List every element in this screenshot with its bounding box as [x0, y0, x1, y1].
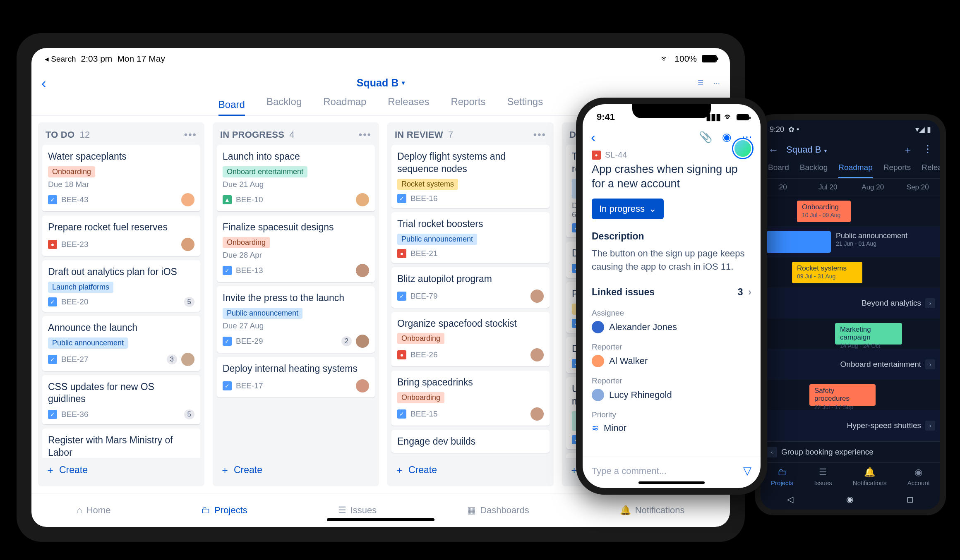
back-system-icon[interactable]: ◁ [787, 494, 793, 504]
epic-row[interactable]: ‹ Group booking experience [761, 441, 940, 462]
card-due: Due 18 Mar [48, 180, 194, 189]
send-icon[interactable]: ▽ [743, 464, 751, 477]
nav-notifications[interactable]: 🔔Notifications [620, 505, 685, 516]
back-button[interactable]: ‹ [591, 129, 595, 145]
attachment-icon[interactable]: 📎 [699, 131, 712, 144]
card-key: ✓BEE-36 [48, 410, 88, 419]
board-card[interactable]: Prepare rocket fuel reserves●BEE-23 [42, 215, 200, 256]
project-header: ‹ Squad B▾ ☰ ⋯ [31, 69, 730, 96]
board-card[interactable]: Announce the launchPublic announcement✓B… [42, 316, 200, 371]
timeline-row[interactable]: Safety procedures22 Jul - 17 Sep [761, 380, 940, 410]
more-icon[interactable]: ⋮ [923, 143, 933, 156]
status-dropdown[interactable]: In progress ⌄ [592, 199, 664, 219]
nav-dashboards[interactable]: ▦Dashboards [467, 505, 529, 516]
assignee-avatar[interactable] [530, 348, 544, 361]
timeline-bar[interactable]: Safety procedures22 Jul - 17 Sep [809, 384, 876, 406]
issue-detail[interactable]: ● SL-44 App crashes when signing up for … [583, 148, 761, 457]
assignee-avatar[interactable] [530, 407, 544, 421]
timeline-row[interactable]: Hyper-speed shuttles› [761, 410, 940, 441]
dashboard-icon: ▦ [467, 505, 476, 516]
gear-icon: ✿ [788, 125, 794, 134]
status-back[interactable]: ◂ Search [45, 54, 76, 64]
project-switcher[interactable]: Squad B▾ [786, 144, 827, 155]
board-card[interactable]: Deploy internal heating systems✓BEE-17 [217, 357, 375, 397]
board-card[interactable]: Blitz autopilot program✓BEE-79 [391, 267, 550, 308]
assignee-avatar[interactable] [181, 193, 194, 206]
board-card[interactable]: Draft out analytics plan for iOSLaunch p… [42, 260, 200, 312]
timeline-bar[interactable]: Rocket systems09 Jul - 31 Aug [792, 262, 862, 283]
column-more-icon[interactable]: ••• [184, 129, 197, 141]
nav-projects[interactable]: 🗀Projects [771, 467, 793, 486]
more-icon[interactable]: ⋯ [713, 79, 720, 87]
timeline-row[interactable]: Public announcement21 Jun - 01 Aug [761, 227, 940, 257]
watch-icon[interactable]: ◉ [722, 131, 732, 144]
column-more-icon[interactable]: ••• [359, 129, 372, 141]
timeline-row[interactable]: Onboard entertainment› [761, 349, 940, 380]
tab-reports[interactable]: Reports [451, 96, 485, 112]
assignee-avatar[interactable] [530, 290, 544, 303]
back-button[interactable]: ← [768, 144, 779, 156]
linked-issues-row[interactable]: Linked issues 3 › [592, 285, 751, 299]
board-card[interactable]: Register with Mars Ministry of LaborSpac… [42, 428, 200, 458]
timeline-row[interactable]: Beyond analytics› [761, 288, 940, 318]
assignee-avatar[interactable] [356, 193, 369, 206]
assignee-avatar[interactable] [356, 335, 369, 348]
priority-field[interactable]: Priority ≋ Minor [592, 410, 751, 433]
board-card[interactable]: Bring spacedrinksOnboarding✓BEE-15 [391, 371, 550, 426]
create-button[interactable]: ＋Create [217, 458, 375, 482]
board-card[interactable]: Finalize spacesuit designsOnboardingDue … [217, 215, 375, 282]
timeline-row[interactable]: Rocket systems09 Jul - 31 Aug [761, 257, 940, 288]
board-card[interactable]: CSS updates for new OS guidlines✓BEE-365 [42, 375, 200, 425]
tab-releases[interactable]: Releases [388, 96, 429, 112]
assignee-avatar[interactable] [181, 238, 194, 251]
create-button[interactable]: ＋Create [391, 458, 550, 482]
timeline-row[interactable]: Marketing campaign14 Aug - 24 Oct [761, 318, 940, 349]
tab-releases[interactable]: Releases [922, 163, 940, 178]
timeline-bar[interactable] [765, 231, 831, 253]
timeline-bar[interactable]: Onboarding10 Jul - 09 Aug [797, 201, 851, 222]
column-more-icon[interactable]: ••• [533, 129, 546, 141]
board-card[interactable]: Invite the press to the launchPublic ann… [217, 286, 375, 353]
roadmap-timeline[interactable]: 20Jul 20Aug 20Sep 20 Onboarding10 Jul - … [761, 179, 940, 441]
board-card[interactable]: Launch into spaceOnboard entertainmentDu… [217, 145, 375, 211]
board-card[interactable]: Organize spacefood stockistOnboarding●BE… [391, 312, 550, 367]
comment-input[interactable]: Type a comment... [592, 466, 667, 476]
assignee-avatar[interactable] [356, 264, 369, 277]
board-card[interactable]: Deploy flight systems and sequence nodes… [391, 145, 550, 208]
tab-roadmap[interactable]: Roadmap [838, 163, 872, 178]
description-text[interactable]: The button on the sign up page keeps cau… [592, 247, 751, 273]
nav-account[interactable]: ◉Account [907, 467, 930, 486]
nav-issues[interactable]: ☰Issues [814, 467, 832, 486]
board-card[interactable]: Engage dev builds [391, 430, 550, 453]
chevron-right-icon: › [925, 298, 935, 308]
people-field[interactable]: Reporter Al Walker [592, 342, 751, 367]
board-card[interactable]: Water spaceplantsOnboardingDue 18 Mar✓BE… [42, 145, 200, 211]
assignee-avatar[interactable] [181, 353, 194, 366]
tab-board[interactable]: Board [218, 99, 245, 116]
timeline-row[interactable]: Onboarding10 Jul - 09 Aug [761, 196, 940, 227]
back-button[interactable]: ‹ [41, 75, 46, 91]
tab-backlog[interactable]: Backlog [266, 96, 302, 112]
month-header: Jul 20 [806, 179, 851, 196]
assignee-avatar[interactable] [356, 379, 369, 392]
home-system-icon[interactable]: ◉ [846, 494, 853, 504]
timeline-bar[interactable]: Marketing campaign14 Aug - 24 Oct [835, 323, 902, 345]
recents-system-icon[interactable]: ◻ [907, 494, 914, 504]
tab-settings[interactable]: Settings [507, 96, 543, 112]
people-field[interactable]: Assignee Alexander Jones [592, 309, 751, 333]
nav-projects[interactable]: 🗀Projects [201, 505, 247, 516]
tab-board[interactable]: Board [768, 163, 789, 178]
tab-reports[interactable]: Reports [883, 163, 911, 178]
people-field[interactable]: Reporter Lucy Rhinegold [592, 376, 751, 401]
add-button[interactable]: ＋ [903, 143, 913, 156]
subtask-count: 2 [341, 336, 352, 346]
board-card[interactable]: Trial rocket boostersPublic announcement… [391, 212, 550, 263]
nav-notifications[interactable]: 🔔Notifications [853, 467, 887, 486]
filter-icon[interactable]: ☰ [698, 79, 703, 87]
nav-home[interactable]: ⌂Home [77, 505, 110, 516]
nav-issues[interactable]: ☰Issues [338, 505, 377, 516]
project-switcher[interactable]: Squad B▾ [357, 77, 405, 89]
tab-roadmap[interactable]: Roadmap [323, 96, 366, 112]
create-button[interactable]: ＋Create [42, 458, 200, 482]
tab-backlog[interactable]: Backlog [800, 163, 828, 178]
